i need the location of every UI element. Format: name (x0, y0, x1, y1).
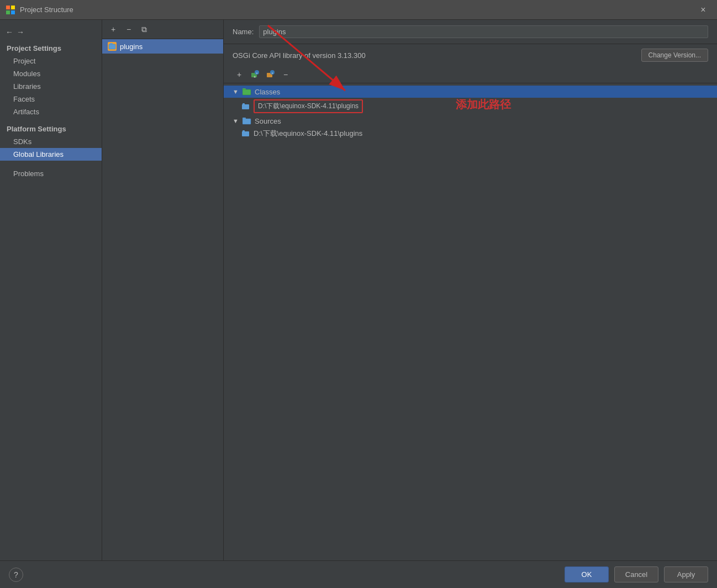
ok-button[interactable]: OK (565, 566, 609, 582)
svg-rect-22 (242, 131, 249, 136)
sidebar-item-project[interactable]: Project (0, 55, 102, 67)
back-button[interactable]: ← (6, 28, 13, 36)
sources-path-value: D:\下载\equinox-SDK-4.11\plugins (254, 129, 362, 139)
main-layout: ← → Project Settings Project Modules Lib… (0, 20, 717, 560)
lib-remove-button[interactable]: − (122, 23, 135, 35)
svg-rect-2 (6, 10, 10, 14)
sidebar: ← → Project Settings Project Modules Lib… (0, 20, 102, 560)
platform-settings-title: Platform Settings (0, 118, 102, 135)
lib-list-panel: + − ⧉ plugins (102, 20, 224, 560)
sidebar-item-facets[interactable]: Facets (0, 93, 102, 105)
title-bar: Project Structure × (0, 0, 717, 20)
lib-item-label: plugins (120, 43, 143, 51)
sidebar-item-problems[interactable]: Problems (0, 167, 102, 180)
apply-button[interactable]: Apply (664, 566, 708, 582)
classes-path-icon (241, 102, 250, 111)
nav-arrows: ← → (0, 25, 102, 39)
cancel-button[interactable]: Cancel (614, 566, 658, 582)
svg-text:+: + (256, 71, 258, 75)
sources-folder-icon (242, 116, 251, 125)
content-add-sources-button[interactable]: + (263, 68, 277, 81)
content-toolbar: + + + + (224, 66, 717, 83)
bottom-actions: OK Cancel Apply (565, 566, 708, 582)
classes-path-value: D:\下载\equinox-SDK-4.11\plugins (254, 99, 363, 113)
content-add-button[interactable]: + (233, 68, 246, 81)
lib-item-plugins[interactable]: plugins (102, 39, 223, 54)
sidebar-item-modules[interactable]: Modules (0, 67, 102, 80)
svg-rect-1 (11, 6, 15, 9)
tree-node-sources-path[interactable]: D:\下载\equinox-SDK-4.11\plugins (224, 127, 717, 140)
classes-label: Classes (255, 88, 280, 96)
content-panel: Name: OSGi Core API library of version 3… (224, 20, 717, 142)
forward-button[interactable]: → (17, 28, 24, 36)
content-remove-button[interactable]: − (279, 68, 292, 81)
svg-rect-20 (242, 118, 246, 119)
lib-add-button[interactable]: + (107, 23, 120, 35)
svg-text:+: + (271, 71, 273, 75)
svg-rect-17 (242, 104, 249, 109)
lib-item-icon (108, 42, 117, 51)
name-input[interactable] (259, 25, 708, 38)
close-button[interactable]: × (695, 2, 711, 18)
svg-rect-14 (242, 89, 251, 95)
bottom-bar: ? OK Cancel Apply (0, 560, 717, 588)
tree-node-classes[interactable]: ▼ Classes (224, 86, 717, 98)
version-row: OSGi Core API library of version 3.13.30… (224, 44, 717, 66)
sidebar-item-global-libraries[interactable]: Global Libraries (0, 148, 102, 161)
tree-area: ▼ Classes (224, 83, 717, 142)
lib-copy-button[interactable]: ⧉ (138, 23, 151, 35)
window-title: Project Structure (20, 6, 695, 14)
svg-rect-3 (11, 10, 15, 14)
svg-text:+: + (254, 75, 256, 79)
tree-node-classes-path[interactable]: D:\下载\equinox-SDK-4.11\plugins (224, 98, 717, 115)
svg-rect-0 (6, 6, 10, 9)
svg-rect-23 (242, 130, 245, 132)
svg-rect-5 (110, 43, 113, 45)
expand-sources-icon: ▼ (233, 118, 239, 124)
classes-folder-icon (242, 87, 251, 96)
sources-path-icon (241, 129, 250, 138)
expand-classes-icon: ▼ (233, 88, 239, 95)
svg-rect-15 (242, 88, 246, 90)
help-button[interactable]: ? (9, 568, 23, 582)
sidebar-item-libraries[interactable]: Libraries (0, 80, 102, 93)
content-with-overlay: Name: OSGi Core API library of version 3… (224, 20, 717, 560)
project-settings-title: Project Settings (0, 41, 102, 55)
svg-rect-18 (242, 103, 245, 105)
content-add-classes-button[interactable]: + + (248, 68, 261, 81)
window-container: Project Structure × ← → Project Settings… (0, 0, 717, 588)
svg-rect-4 (109, 44, 115, 49)
version-text: OSGi Core API library of version 3.13.30… (233, 51, 636, 60)
name-row: Name: (224, 20, 717, 44)
sidebar-item-sdks[interactable]: SDKs (0, 135, 102, 148)
sources-label: Sources (255, 117, 281, 125)
name-label: Name: (233, 28, 254, 36)
lib-toolbar: + − ⧉ (102, 20, 223, 39)
svg-rect-19 (242, 119, 251, 124)
app-icon (6, 5, 15, 15)
sidebar-item-artifacts[interactable]: Artifacts (0, 105, 102, 118)
tree-node-sources[interactable]: ▼ Sources (224, 115, 717, 127)
change-version-button[interactable]: Change Version... (641, 49, 708, 62)
